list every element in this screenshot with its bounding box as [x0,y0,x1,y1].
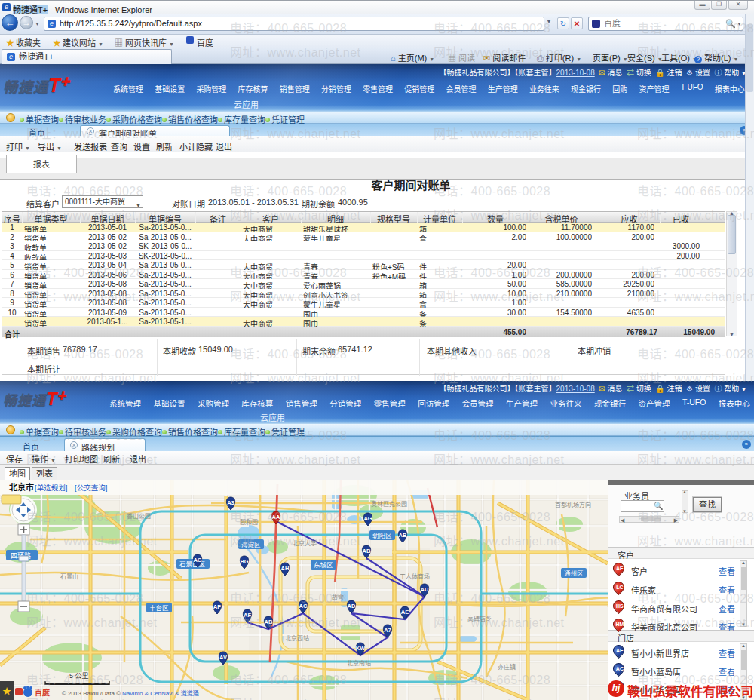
svg-text:AD: AD [348,603,356,609]
svg-text:AV: AV [219,654,227,661]
svg-text:BG: BG [240,558,248,565]
svg-text:[公交查询]: [公交查询] [75,484,107,492]
svg-text:北京市: 北京市 [9,482,34,492]
svg-text:通州区: 通州区 [564,570,584,577]
svg-text:奥林匹克公园: 奥林匹克公园 [371,500,407,508]
svg-text:工人体育场: 工人体育场 [400,573,430,580]
svg-text:AU: AU [421,586,429,593]
svg-text:A3: A3 [227,499,234,506]
svg-text:AP: AP [213,603,221,610]
svg-text:北京西站: 北京西站 [285,634,309,642]
svg-text:A7: A7 [384,627,391,634]
svg-text:AG: AG [193,557,201,563]
svg-text:AB: AB [363,548,371,554]
svg-text:东城区: 东城区 [314,561,333,569]
svg-text:首都机场方向: 首都机场方向 [555,501,591,508]
svg-text:丰台区: 丰台区 [149,604,169,612]
svg-text:KW: KW [356,645,366,652]
svg-text:AE: AE [401,609,409,616]
svg-text:AG: AG [363,515,372,522]
svg-text:北京南站: 北京南站 [347,659,371,667]
svg-text:★: ★ [2,686,11,697]
svg-text:AB: AB [399,532,407,539]
svg-text:[单选规划]: [单选规划] [35,484,67,492]
svg-text:AH: AH [281,565,290,572]
svg-text:朝阳区: 朝阳区 [372,532,392,539]
svg-text:石景山: 石景山 [60,573,78,580]
